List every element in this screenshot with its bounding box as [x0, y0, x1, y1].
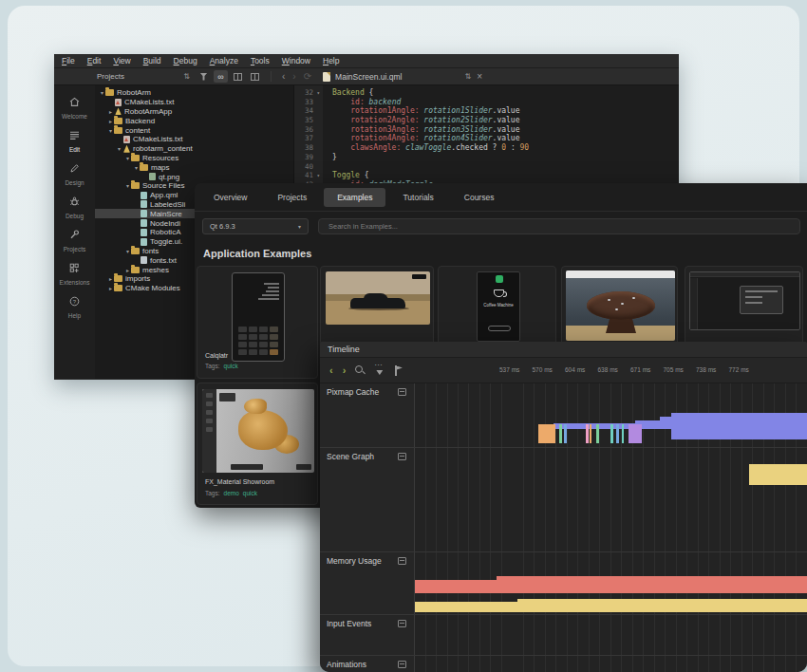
branch-open-icon[interactable]: ▾ [124, 155, 131, 161]
sidebar-item-welcome[interactable]: Welcome [54, 90, 95, 123]
example-card-fx-material-showroom[interactable]: FX_Material Showroom Tags:demoquick [197, 383, 318, 505]
menu-debug[interactable]: Debug [174, 56, 197, 65]
sidebar-item-help[interactable]: ?Help [54, 289, 95, 323]
tab-tutorials[interactable]: Tutorials [389, 188, 446, 207]
tag-quick[interactable]: quick [224, 363, 238, 369]
close-split-icon[interactable] [248, 70, 262, 83]
branch-open-icon[interactable]: ▾ [124, 248, 131, 254]
expand-row-icon[interactable] [398, 388, 406, 396]
line-number: 41 ▾ [294, 171, 323, 180]
row-chart-area[interactable] [415, 552, 807, 614]
link-with-editor-icon[interactable]: ∞ [214, 70, 228, 83]
range-selection-icon[interactable] [394, 365, 403, 376]
event-bar-orange[interactable] [590, 424, 591, 443]
code-line: rotation4Angle: rotation4Slider.value [323, 134, 679, 143]
tab-examples[interactable]: Examples [324, 188, 385, 207]
split-editor-icon[interactable] [231, 70, 245, 83]
search-input[interactable]: Search in Examples... [318, 218, 800, 234]
row-chart-area[interactable] [415, 448, 807, 551]
sidebar-item-design[interactable]: Design [54, 157, 95, 190]
go-back-icon[interactable]: ‹ [282, 71, 285, 82]
event-bar-purple[interactable] [629, 424, 642, 443]
event-bar-yellow[interactable] [517, 599, 807, 612]
branch-open-icon[interactable]: ▾ [133, 164, 140, 171]
event-bar-teal[interactable] [622, 424, 624, 443]
tab-projects[interactable]: Projects [264, 188, 320, 207]
branch-open-icon[interactable]: ▾ [124, 182, 131, 189]
event-bar-green[interactable] [596, 424, 599, 443]
menu-analyze[interactable]: Analyze [210, 56, 238, 65]
qt-version-select[interactable]: Qt 6.9.3 ▾ [202, 218, 309, 234]
tree-item-label: LabeledSli [150, 200, 185, 209]
fold-marker-icon[interactable]: ▾ [313, 89, 320, 96]
fold-marker-icon[interactable]: ▾ [313, 172, 320, 178]
branch-closed-icon[interactable]: ▸ [107, 275, 114, 282]
event-bar-periwinkle[interactable] [660, 417, 671, 429]
event-bar-periwinkle[interactable] [671, 413, 807, 439]
tree-item-resources[interactable]: ▾Resources [95, 154, 293, 163]
branch-open-icon[interactable]: ▾ [99, 89, 105, 96]
example-card-calqlatr[interactable]: Calqlatr Tags:quick [197, 266, 318, 379]
tree-item-robotarm-content[interactable]: ▾robotarm_content [95, 144, 293, 154]
row-chart-area[interactable] [415, 383, 807, 447]
projects-selector[interactable]: Projects ⇅ [93, 70, 194, 83]
close-file-icon[interactable]: × [477, 71, 482, 82]
menu-view[interactable]: View [113, 56, 130, 65]
filter-icon[interactable] [197, 70, 211, 83]
event-bar-yellow[interactable] [415, 602, 519, 612]
row-chart-area[interactable] [415, 656, 807, 672]
branch-open-icon[interactable]: ▾ [116, 145, 122, 152]
tree-item-backend[interactable]: ▸Backend [95, 116, 293, 125]
event-bar-salmon[interactable] [415, 580, 498, 593]
tree-item-cmakelists-txt[interactable]: CMakeLists.txt [95, 98, 293, 107]
menu-window[interactable]: Window [282, 56, 310, 65]
document-switch-icon[interactable]: ⇅ [464, 73, 471, 81]
event-bar-blue[interactable] [616, 424, 619, 443]
menu-build[interactable]: Build [143, 56, 161, 65]
sidebar-item-edit[interactable]: Edit [54, 123, 95, 157]
view-filter-icon[interactable] [374, 365, 385, 375]
branch-closed-icon[interactable]: ▸ [107, 285, 114, 291]
tree-item-qt-png[interactable]: qt.png [95, 172, 293, 181]
tree-item-cmakelists-txt[interactable]: CMakeLists.txt [95, 135, 293, 144]
event-bar-teal[interactable] [610, 424, 613, 443]
event-bar-salmon[interactable] [497, 576, 807, 593]
sidebar-item-projects[interactable]: Projects [54, 223, 95, 256]
expand-row-icon[interactable] [398, 453, 406, 460]
tree-item-content[interactable]: ▾content [95, 125, 293, 135]
tag-demo[interactable]: demo [224, 490, 239, 496]
menu-help[interactable]: Help [323, 56, 339, 65]
sidebar-item-debug[interactable]: Debug [54, 190, 95, 223]
branch-closed-icon[interactable]: ▸ [124, 267, 131, 273]
event-bar-blue[interactable] [564, 424, 567, 443]
branch-open-icon[interactable]: ▾ [107, 127, 114, 134]
event-bar-green[interactable] [559, 424, 562, 443]
expand-row-icon[interactable] [398, 661, 406, 668]
tree-item-robotarm[interactable]: ▾RobotArm [95, 88, 293, 98]
tab-overview[interactable]: Overview [200, 188, 260, 207]
event-bar-orange[interactable] [538, 424, 555, 443]
zoom-icon[interactable] [355, 365, 365, 375]
tag-quick[interactable]: quick [243, 490, 257, 496]
event-bar-pink[interactable] [586, 424, 589, 443]
open-file-tab[interactable]: MainScreen.ui.qml [335, 72, 402, 82]
tree-item-robotarmapp[interactable]: ▸RobotArmApp [95, 107, 293, 117]
expand-row-icon[interactable] [398, 557, 406, 565]
next-event-icon[interactable]: › [343, 364, 347, 376]
menu-tools[interactable]: Tools [251, 56, 270, 65]
row-chart-area[interactable] [415, 615, 807, 655]
menu-edit[interactable]: Edit [87, 56, 102, 65]
event-bar-yellow[interactable] [749, 464, 807, 485]
sidebar-item-extensions[interactable]: Extensions [54, 256, 95, 289]
line-number: 32 ▾ [294, 88, 323, 98]
branch-closed-icon[interactable]: ▸ [107, 108, 114, 115]
row-label-column: Input Events [320, 615, 415, 655]
go-forward-icon[interactable]: › [292, 71, 295, 82]
menu-file[interactable]: File [62, 56, 75, 65]
prev-event-icon[interactable]: ‹ [329, 364, 333, 376]
tree-item-maps[interactable]: ▾maps [95, 162, 293, 172]
reload-icon[interactable]: ⟳ [304, 71, 311, 82]
expand-row-icon[interactable] [398, 620, 406, 627]
tab-courses[interactable]: Courses [451, 188, 508, 207]
branch-closed-icon[interactable]: ▸ [107, 118, 114, 124]
